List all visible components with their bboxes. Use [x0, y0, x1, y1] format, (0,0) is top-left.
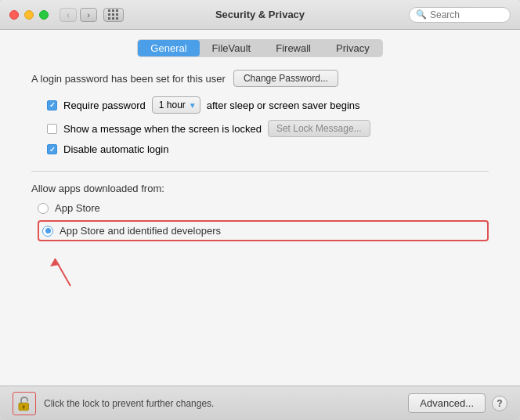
radio-group: App Store App Store and identified devel…: [38, 202, 489, 241]
require-password-checkbox[interactable]: [47, 100, 57, 110]
allow-section: Allow apps downloaded from: App Store Ap…: [31, 183, 489, 241]
password-time-dropdown[interactable]: 1 hour ▼: [152, 96, 200, 114]
tab-filevault[interactable]: FileVault: [200, 40, 264, 56]
search-input[interactable]: [430, 9, 500, 20]
annotation-container: [31, 243, 489, 290]
disable-login-checkbox[interactable]: [47, 144, 57, 154]
search-icon: 🔍: [416, 9, 427, 20]
options-section: Require password 1 hour ▼ after sleep or…: [47, 96, 489, 155]
nav-buttons: ‹ ›: [60, 8, 97, 22]
section-divider: [31, 171, 489, 172]
tab-general[interactable]: General: [138, 40, 199, 56]
window-title: Security & Privacy: [215, 9, 305, 20]
require-password-label-before: Require password: [63, 100, 146, 111]
dropdown-value: 1 hour: [159, 100, 186, 110]
grid-icon: [108, 9, 119, 20]
show-message-row: Show a message when the screen is locked…: [47, 120, 489, 137]
traffic-lights: [9, 10, 49, 20]
titlebar: ‹ › Security & Privacy 🔍: [0, 0, 520, 30]
require-password-label-after: after sleep or screen saver begins: [207, 100, 360, 111]
allow-title: Allow apps downloaded from:: [31, 183, 489, 194]
require-password-row: Require password 1 hour ▼ after sleep or…: [47, 96, 489, 114]
help-button[interactable]: ?: [492, 396, 507, 411]
app-store-radio[interactable]: [38, 203, 49, 214]
app-store-label: App Store: [55, 202, 100, 214]
tab-group: General FileVault Firewall Privacy: [137, 39, 382, 57]
forward-button[interactable]: ›: [80, 8, 97, 22]
close-button[interactable]: [9, 10, 19, 20]
content-area: A login password has been set for this u…: [0, 63, 520, 386]
password-row: A login password has been set for this u…: [31, 70, 489, 87]
maximize-button[interactable]: [39, 10, 49, 20]
lock-icon: [16, 395, 33, 412]
disable-login-row: Disable automatic login: [47, 143, 489, 155]
minimize-button[interactable]: [24, 10, 34, 20]
app-store-developers-radio[interactable]: [42, 226, 53, 237]
advanced-button[interactable]: Advanced...: [408, 393, 486, 413]
window: ‹ › Security & Privacy 🔍 General FileVau…: [0, 0, 520, 420]
svg-rect-4: [23, 407, 24, 408]
password-label: A login password has been set for this u…: [31, 73, 226, 85]
set-lock-message-button[interactable]: Set Lock Message...: [268, 120, 370, 137]
disable-login-label: Disable automatic login: [63, 143, 168, 155]
bottom-bar-text: Click the lock to prevent further change…: [44, 398, 408, 409]
app-store-developers-label: App Store and identified developers: [60, 225, 221, 237]
tab-firewall[interactable]: Firewall: [263, 40, 323, 56]
arrow-annotation: [31, 243, 125, 290]
app-store-radio-row: App Store: [38, 202, 489, 214]
change-password-button[interactable]: Change Password...: [233, 70, 338, 87]
dropdown-arrow-icon: ▼: [189, 101, 197, 110]
lock-icon-container[interactable]: [13, 392, 36, 415]
bottom-bar: Click the lock to prevent further change…: [0, 386, 520, 420]
app-store-developers-radio-row: App Store and identified developers: [38, 220, 489, 241]
show-message-label: Show a message when the screen is locked: [63, 123, 262, 135]
grid-button[interactable]: [103, 8, 124, 22]
back-button[interactable]: ‹: [60, 8, 77, 22]
search-bar[interactable]: 🔍: [409, 7, 511, 23]
tabs-bar: General FileVault Firewall Privacy: [0, 30, 520, 63]
tab-privacy[interactable]: Privacy: [323, 40, 382, 56]
show-message-checkbox[interactable]: [47, 124, 57, 134]
